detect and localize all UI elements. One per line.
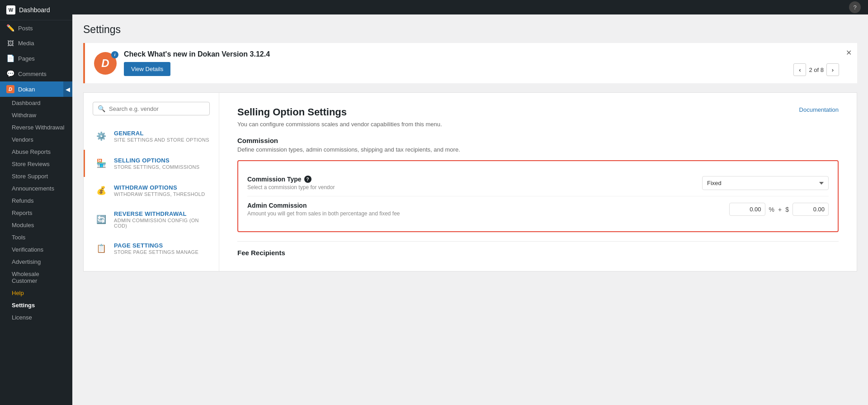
sidebar-item-pages[interactable]: 📄 Pages <box>0 51 72 66</box>
selling-nav-sub: STORE SETTINGS, COMMISSIONS <box>114 164 199 170</box>
fee-recipients-title: Fee Recipients <box>237 241 839 257</box>
withdraw-nav-sub: WITHDRAW SETTINGS, THRESHOLD <box>114 191 205 197</box>
page-nav-sub: STORE PAGE SETTINGS MANAGE <box>114 249 198 255</box>
wp-logo[interactable]: W Dashboard <box>0 0 72 20</box>
info-badge: i <box>111 51 118 58</box>
sidebar-sub-dashboard[interactable]: Dashboard <box>0 97 72 109</box>
pagination-area: ‹ 2 of 8 › <box>793 63 839 76</box>
sidebar-item-media[interactable]: 🖼 Media <box>0 36 72 51</box>
currency-symbol: $ <box>785 206 789 213</box>
nav-item-reverse[interactable]: 🔄 REVERSE WITHDRAWAL ADMIN COMMISSION CO… <box>84 204 219 235</box>
sidebar-sub-withdraw[interactable]: Withdraw <box>0 109 72 121</box>
admin-commission-label: Admin Commission <box>247 202 400 209</box>
sidebar-sub-tools[interactable]: Tools <box>0 231 72 243</box>
selling-icon: 🏪 <box>94 156 108 171</box>
sidebar-sub-announcements[interactable]: Announcements <box>0 182 72 195</box>
content-area: Settings D i Check What's new in Dokan V… <box>72 14 868 405</box>
reverse-nav-sub: ADMIN COMMISSION CONFIG (ON COD) <box>114 218 210 229</box>
pagination-prev-button[interactable]: ‹ <box>793 63 806 76</box>
wp-icon: W <box>6 5 15 14</box>
nav-item-general[interactable]: ⚙️ GENERAL SITE SETTINGS AND STORE OPTIO… <box>84 123 219 150</box>
media-icon: 🖼 <box>6 39 14 47</box>
comments-icon: 💬 <box>6 70 14 78</box>
settings-nav: 🔍 ⚙️ GENERAL SITE SETTINGS AND STORE OPT… <box>84 93 219 271</box>
sidebar-item-posts[interactable]: ✏️ Posts <box>0 20 72 36</box>
commission-type-help-icon[interactable]: ? <box>304 176 311 183</box>
plus-symbol: + <box>778 206 782 213</box>
sidebar-item-comments[interactable]: 💬 Comments <box>0 66 72 81</box>
nav-item-withdraw[interactable]: 💰 WITHDRAW OPTIONS WITHDRAW SETTINGS, TH… <box>84 177 219 204</box>
commission-type-row: Commission Type ? Select a commission ty… <box>247 170 829 196</box>
help-icon: ? <box>853 4 856 11</box>
commission-type-select[interactable]: Fixed Percentage Combine <box>702 176 829 190</box>
general-icon: ⚙️ <box>94 129 108 143</box>
notice-title: Check What's new in Dokan Version 3.12.4 <box>124 50 848 58</box>
pagination-next-button[interactable]: › <box>826 63 839 76</box>
commission-section-title: Commission <box>237 137 839 144</box>
page-nav-title: PAGE SETTINGS <box>114 242 198 249</box>
documentation-link[interactable]: Documentation <box>799 106 839 113</box>
percent-symbol: % <box>769 206 774 213</box>
sidebar-sub-refunds[interactable]: Refunds <box>0 195 72 207</box>
main-content: ? Settings D i Check What's new in Dokan… <box>72 0 868 405</box>
sidebar-sub-abuse-reports[interactable]: Abuse Reports <box>0 146 72 158</box>
notice-content: Check What's new in Dokan Version 3.12.4… <box>124 50 848 76</box>
panel-header: Selling Option Settings You can configur… <box>237 106 839 128</box>
reverse-nav-title: REVERSE WITHDRAWAL <box>114 210 210 217</box>
notice-close-button[interactable]: ✕ <box>846 48 852 57</box>
nav-item-selling[interactable]: 🏪 SELLING OPTIONS STORE SETTINGS, COMMIS… <box>84 150 219 177</box>
settings-panel: Selling Option Settings You can configur… <box>219 93 857 271</box>
dokan-label: Dokan <box>18 86 35 93</box>
withdraw-icon: 💰 <box>94 183 108 198</box>
admin-commission-fixed-input[interactable] <box>793 203 829 216</box>
sidebar-item-dokan[interactable]: D Dokan ◀ <box>0 81 72 97</box>
panel-title: Selling Option Settings <box>237 106 442 118</box>
commission-highlight-box: Commission Type ? Select a commission ty… <box>237 160 839 232</box>
nav-item-page[interactable]: 📋 PAGE SETTINGS STORE PAGE SETTINGS MANA… <box>84 235 219 262</box>
sidebar-sub-license[interactable]: License <box>0 311 72 324</box>
commission-type-desc: Select a commission type for vendor <box>247 184 335 191</box>
sidebar-sub-reverse-withdrawal[interactable]: Reverse Withdrawal <box>0 121 72 133</box>
user-avatar[interactable]: ? <box>849 1 861 13</box>
sidebar-sub-vendors[interactable]: Vendors <box>0 133 72 146</box>
topbar: ? <box>72 0 868 14</box>
sidebar-sub-store-support[interactable]: Store Support <box>0 170 72 182</box>
sidebar: W Dashboard ✏️ Posts 🖼 Media 📄 Pages 💬 C… <box>0 0 72 405</box>
sidebar-sub-verifications[interactable]: Verifications <box>0 243 72 256</box>
commission-section-desc: Define commission types, admin commissio… <box>237 146 839 153</box>
panel-desc: You can configure commissions scales and… <box>237 121 442 128</box>
admin-commission-percent-input[interactable] <box>729 203 765 216</box>
withdraw-nav-title: WITHDRAW OPTIONS <box>114 184 205 191</box>
sidebar-sub-wholesale-customer[interactable]: Wholesale Customer <box>0 268 72 287</box>
sidebar-sub-modules[interactable]: Modules <box>0 219 72 231</box>
pages-icon: 📄 <box>6 54 14 62</box>
notice-banner: D i Check What's new in Dokan Version 3.… <box>83 43 857 83</box>
selling-nav-title: SELLING OPTIONS <box>114 157 199 164</box>
posts-icon: ✏️ <box>6 24 14 32</box>
sidebar-sub-advertising[interactable]: Advertising <box>0 256 72 268</box>
admin-commission-row: Admin Commission Amount you will get fro… <box>247 196 829 222</box>
commission-type-label: Commission Type <box>247 176 302 183</box>
reverse-icon: 🔄 <box>94 212 108 227</box>
dokan-collapse-arrow[interactable]: ◀ <box>63 81 72 97</box>
notice-dokan-logo: D i <box>94 52 117 75</box>
search-box: 🔍 <box>93 102 210 115</box>
general-nav-title: GENERAL <box>114 130 209 137</box>
sidebar-sub-reports[interactable]: Reports <box>0 207 72 219</box>
sidebar-sub-store-reviews[interactable]: Store Reviews <box>0 158 72 170</box>
pagination-text: 2 of 8 <box>809 67 824 73</box>
settings-layout: 🔍 ⚙️ GENERAL SITE SETTINGS AND STORE OPT… <box>83 92 857 272</box>
admin-commission-desc: Amount you will get from sales in both p… <box>247 210 400 217</box>
general-nav-sub: SITE SETTINGS AND STORE OPTIONS <box>114 137 209 143</box>
search-input[interactable] <box>109 105 205 112</box>
search-icon: 🔍 <box>98 105 105 112</box>
page-settings-icon: 📋 <box>94 241 108 256</box>
dashboard-link[interactable]: Dashboard <box>19 6 50 14</box>
page-title: Settings <box>83 24 857 36</box>
sidebar-sub-settings[interactable]: Settings <box>0 299 72 311</box>
view-details-button[interactable]: View Details <box>124 62 170 76</box>
sidebar-sub-help[interactable]: Help <box>0 287 72 299</box>
search-wrap: 🔍 <box>84 102 219 123</box>
dokan-icon: D <box>6 85 14 93</box>
